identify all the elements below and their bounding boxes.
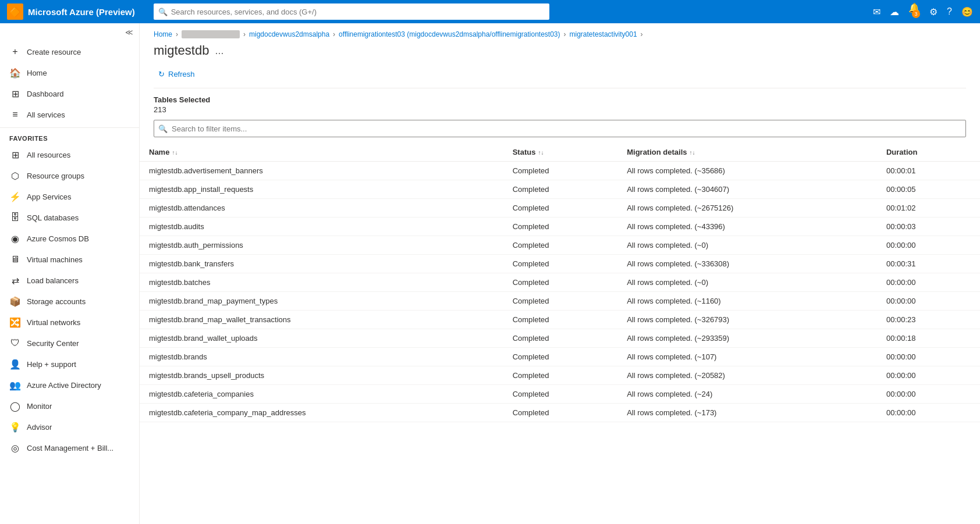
sidebar-item-azure-active-directory[interactable]: 👥 Azure Active Directory [0,375,139,395]
table-row[interactable]: migtestdb.app_install_requests Completed… [140,180,980,199]
virtual-machines-icon: 🖥 [9,254,21,265]
sidebar-item-virtual-networks[interactable]: 🔀 Virtual networks [0,312,139,333]
breadcrumb-sep2: › [243,30,246,38]
breadcrumb-sep4: › [564,30,566,38]
sidebar-item-storage-accounts[interactable]: 📦 Storage accounts [0,291,139,312]
sidebar-item-create-resource[interactable]: + Create resource [0,41,139,62]
sidebar-item-sql-databases[interactable]: 🗄 SQL databases [0,207,139,228]
storage-accounts-label: Storage accounts [27,297,86,306]
more-options-button[interactable]: ... [215,45,223,57]
breadcrumb-redacted[interactable] [182,30,240,38]
virtual-networks-icon: 🔀 [9,316,21,328]
cell-duration: 00:00:00 [877,348,980,366]
table-row[interactable]: migtestdb.batches Completed All rows com… [140,273,980,292]
dashboard-icon: ⊞ [9,88,21,99]
cell-status: Completed [503,292,618,311]
sidebar-divider [0,127,139,128]
help-icon[interactable]: ? [947,6,952,17]
tables-selected-label: Tables Selected [154,95,966,104]
sidebar-item-cost-management[interactable]: ◎ Cost Management + Bill... [0,437,139,458]
table-row[interactable]: migtestdb.attendances Completed All rows… [140,199,980,218]
favorites-section-label: FAVORITES [0,130,139,144]
table-row[interactable]: migtestdb.audits Completed All rows comp… [140,218,980,236]
email-icon[interactable]: ✉ [873,6,880,17]
table-row[interactable]: migtestdb.brand_wallet_uploads Completed… [140,329,980,348]
azure-active-directory-icon: 👥 [9,379,21,391]
table-row[interactable]: migtestdb.brand_map_payment_types Comple… [140,292,980,311]
table-row[interactable]: migtestdb.cafeteria_companies Completed … [140,385,980,404]
refresh-button[interactable]: ↻ Refresh [154,67,200,81]
tables-selected-section: Tables Selected 213 [140,88,980,114]
cell-name: migtestdb.advertisement_banners [140,162,503,180]
sidebar-item-virtual-machines[interactable]: 🖥 Virtual machines [0,249,139,270]
create-resource-icon: + [9,46,21,58]
sidebar-item-home[interactable]: 🏠 Home [0,62,139,83]
brand: 🔶 Microsoft Azure (Preview) [7,3,135,20]
topbar-actions: ✉ ☁ 🔔3 ⚙ ? 😊 [873,2,973,22]
filter-search[interactable]: 🔍 [154,120,966,137]
azure-logo-icon: 🔶 [7,3,23,20]
sidebar-collapse-button[interactable]: ≪ [0,23,139,41]
col-header-status[interactable]: Status↑↓ [503,143,618,162]
resource-groups-label: Resource groups [27,172,84,180]
sidebar-item-resource-groups[interactable]: ⬡ Resource groups [0,165,139,186]
breadcrumb-sep1: › [176,30,178,38]
sidebar-item-azure-cosmos-db[interactable]: ◉ Azure Cosmos DB [0,228,139,249]
sidebar-item-load-balancers[interactable]: ⇄ Load balancers [0,270,139,291]
sidebar-item-all-services[interactable]: ≡ All services [0,104,139,125]
col-header-migration_details[interactable]: Migration details↑↓ [617,143,877,162]
cell-status: Completed [503,329,618,348]
account-icon[interactable]: 😊 [961,6,973,17]
resource-groups-icon: ⬡ [9,170,21,181]
breadcrumb-sep5: › [641,30,643,38]
cell-migration-details: All rows completed. (~0) [617,273,877,292]
search-input[interactable] [154,3,549,20]
refresh-label: Refresh [168,70,195,79]
breadcrumb-home[interactable]: Home [154,30,172,38]
cell-duration: 00:00:00 [877,236,980,255]
content-area: Home › › migdocdevwus2dmsalpha › offline… [140,23,980,524]
breadcrumb-seg2[interactable]: migdocdevwus2dmsalpha [249,30,329,38]
portal-icon[interactable]: ☁ [890,6,899,17]
cell-name: migtestdb.bank_transfers [140,255,503,273]
page-header: migtestdb ... [140,38,980,67]
table-row[interactable]: migtestdb.auth_permissions Completed All… [140,236,980,255]
table-row[interactable]: migtestdb.brands_upsell_products Complet… [140,366,980,385]
cell-name: migtestdb.brands [140,348,503,366]
sidebar-item-advisor[interactable]: 💡 Advisor [0,416,139,437]
breadcrumb-seg4[interactable]: migratetestactivity001 [570,30,637,38]
sidebar-item-app-services[interactable]: ⚡ App Services [0,186,139,207]
topbar: 🔶 Microsoft Azure (Preview) 🔍 ✉ ☁ 🔔3 ⚙ ?… [0,0,980,23]
breadcrumb: Home › › migdocdevwus2dmsalpha › offline… [140,23,980,38]
table-row[interactable]: migtestdb.brands Completed All rows comp… [140,348,980,366]
cell-duration: 00:00:05 [877,180,980,199]
cell-status: Completed [503,255,618,273]
cell-migration-details: All rows completed. (~173) [617,404,877,422]
sort-icon: ↑↓ [538,149,544,156]
sidebar-item-security-center[interactable]: 🛡 Security Center [0,333,139,354]
table-row[interactable]: migtestdb.bank_transfers Completed All r… [140,255,980,273]
sidebar-item-dashboard[interactable]: ⊞ Dashboard [0,83,139,104]
settings-icon[interactable]: ⚙ [929,6,938,17]
table-row[interactable]: migtestdb.brand_map_wallet_transactions … [140,311,980,329]
sidebar-item-all-resources[interactable]: ⊞ All resources [0,144,139,165]
cell-name: migtestdb.app_install_requests [140,180,503,199]
col-header-name[interactable]: Name↑↓ [140,143,503,162]
table-row[interactable]: migtestdb.advertisement_banners Complete… [140,162,980,180]
notifications-icon[interactable]: 🔔3 [908,2,920,22]
cell-status: Completed [503,311,618,329]
breadcrumb-seg3[interactable]: offlinemigrationtest03 (migdocdevwus2dms… [339,30,560,38]
filter-input[interactable] [154,120,966,137]
table-row[interactable]: migtestdb.cafeteria_company_map_addresse… [140,404,980,422]
cell-migration-details: All rows completed. (~1160) [617,292,877,311]
sort-icon: ↑↓ [172,149,177,156]
sidebar-item-help-support[interactable]: 👤 Help + support [0,354,139,375]
advisor-label: Advisor [27,423,52,432]
home-icon: 🏠 [9,67,21,79]
cell-migration-details: All rows completed. (~24) [617,385,877,404]
search-bar[interactable]: 🔍 [154,3,549,20]
cell-migration-details: All rows completed. (~0) [617,236,877,255]
load-balancers-label: Load balancers [27,276,79,285]
sidebar-item-monitor[interactable]: ◯ Monitor [0,395,139,416]
cell-duration: 00:00:01 [877,162,980,180]
